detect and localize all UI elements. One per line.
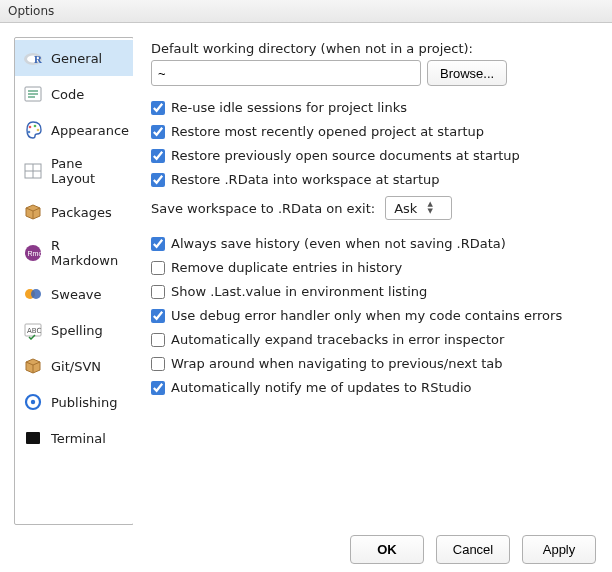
svg-text:Rmd: Rmd <box>28 250 43 257</box>
spelling-icon: ABC <box>23 320 43 340</box>
dialog-content: R General Code Appearance Pane Layout <box>0 23 612 525</box>
expand-traceback-checkbox[interactable] <box>151 333 165 347</box>
svg-point-4 <box>29 126 32 129</box>
restore-rdata-checkbox[interactable] <box>151 173 165 187</box>
category-sidebar: R General Code Appearance Pane Layout <box>14 37 134 525</box>
sidebar-item-sweave[interactable]: Sweave <box>15 276 133 312</box>
wrap-tabs-label: Wrap around when navigating to previous/… <box>171 356 503 371</box>
remove-dup-checkbox[interactable] <box>151 261 165 275</box>
working-dir-input[interactable] <box>151 60 421 86</box>
restore-source-label: Restore previously open source documents… <box>171 148 520 163</box>
sidebar-item-label: Packages <box>51 205 112 220</box>
svg-point-14 <box>31 289 41 299</box>
auto-updates-label: Automatically notify me of updates to RS… <box>171 380 472 395</box>
restore-rdata-row[interactable]: Restore .RData into workspace at startup <box>151 172 598 187</box>
always-history-label: Always save history (even when not savin… <box>171 236 506 251</box>
reuse-idle-label: Re-use idle sessions for project links <box>171 100 407 115</box>
svg-point-18 <box>31 400 35 404</box>
expand-traceback-label: Automatically expand tracebacks in error… <box>171 332 504 347</box>
debug-handler-checkbox[interactable] <box>151 309 165 323</box>
sidebar-item-code[interactable]: Code <box>15 76 133 112</box>
show-last-checkbox[interactable] <box>151 285 165 299</box>
sidebar-item-packages[interactable]: Packages <box>15 194 133 230</box>
svg-text:R: R <box>34 53 43 65</box>
restore-project-checkbox[interactable] <box>151 125 165 139</box>
wrap-tabs-row[interactable]: Wrap around when navigating to previous/… <box>151 356 598 371</box>
auto-updates-checkbox[interactable] <box>151 381 165 395</box>
sidebar-item-label: Terminal <box>51 431 106 446</box>
apply-button[interactable]: Apply <box>522 535 596 564</box>
svg-point-7 <box>28 131 31 134</box>
sidebar-item-git-svn[interactable]: Git/SVN <box>15 348 133 384</box>
stepper-arrows-icon[interactable]: ▲▼ <box>425 202 448 214</box>
git-svn-icon <box>23 356 43 376</box>
restore-project-label: Restore most recently opened project at … <box>171 124 484 139</box>
settings-panel: Default working directory (when not in a… <box>133 37 598 525</box>
sidebar-item-label: Publishing <box>51 395 117 410</box>
show-last-row[interactable]: Show .Last.value in environment listing <box>151 284 598 299</box>
remove-dup-row[interactable]: Remove duplicate entries in history <box>151 260 598 275</box>
browse-button[interactable]: Browse... <box>427 60 507 86</box>
terminal-icon <box>23 428 43 448</box>
code-icon <box>23 84 43 104</box>
sidebar-item-publishing[interactable]: Publishing <box>15 384 133 420</box>
sidebar-item-terminal[interactable]: Terminal <box>15 420 133 456</box>
svg-text:ABC: ABC <box>27 327 41 335</box>
auto-updates-row[interactable]: Automatically notify me of updates to RS… <box>151 380 598 395</box>
ok-button[interactable]: OK <box>350 535 424 564</box>
appearance-icon <box>23 120 43 140</box>
sidebar-item-label: Git/SVN <box>51 359 101 374</box>
sidebar-item-label: Sweave <box>51 287 102 302</box>
remove-dup-label: Remove duplicate entries in history <box>171 260 402 275</box>
debug-handler-label: Use debug error handler only when my cod… <box>171 308 562 323</box>
rmarkdown-icon: Rmd <box>23 243 43 263</box>
restore-source-row[interactable]: Restore previously open source documents… <box>151 148 598 163</box>
sidebar-item-label: Spelling <box>51 323 103 338</box>
pane-layout-icon <box>23 161 43 181</box>
reuse-idle-checkbox[interactable] <box>151 101 165 115</box>
packages-icon <box>23 202 43 222</box>
save-workspace-value: Ask <box>394 201 425 216</box>
sweave-icon <box>23 284 43 304</box>
restore-source-checkbox[interactable] <box>151 149 165 163</box>
working-dir-label: Default working directory (when not in a… <box>151 41 598 56</box>
svg-point-6 <box>37 129 40 132</box>
sidebar-item-label: General <box>51 51 102 66</box>
publishing-icon <box>23 392 43 412</box>
sidebar-item-rmarkdown[interactable]: Rmd R Markdown <box>15 230 133 276</box>
debug-handler-row[interactable]: Use debug error handler only when my cod… <box>151 308 598 323</box>
sidebar-item-spelling[interactable]: ABC Spelling <box>15 312 133 348</box>
window-titlebar: Options <box>0 0 612 23</box>
show-last-label: Show .Last.value in environment listing <box>171 284 427 299</box>
always-history-row[interactable]: Always save history (even when not savin… <box>151 236 598 251</box>
restore-project-row[interactable]: Restore most recently opened project at … <box>151 124 598 139</box>
save-workspace-select[interactable]: Ask ▲▼ <box>385 196 452 220</box>
window-title: Options <box>8 4 54 18</box>
sidebar-item-label: Code <box>51 87 84 102</box>
reuse-idle-row[interactable]: Re-use idle sessions for project links <box>151 100 598 115</box>
svg-point-5 <box>34 125 37 128</box>
sidebar-item-pane-layout[interactable]: Pane Layout <box>15 148 133 194</box>
r-logo-icon: R <box>23 48 43 68</box>
sidebar-item-label: Pane Layout <box>51 156 125 186</box>
svg-rect-19 <box>26 432 40 444</box>
wrap-tabs-checkbox[interactable] <box>151 357 165 371</box>
always-history-checkbox[interactable] <box>151 237 165 251</box>
dialog-footer: OK Cancel Apply <box>0 525 612 572</box>
sidebar-item-general[interactable]: R General <box>15 40 133 76</box>
expand-traceback-row[interactable]: Automatically expand tracebacks in error… <box>151 332 598 347</box>
sidebar-item-label: R Markdown <box>51 238 125 268</box>
cancel-button[interactable]: Cancel <box>436 535 510 564</box>
save-workspace-label: Save workspace to .RData on exit: <box>151 201 375 216</box>
sidebar-item-appearance[interactable]: Appearance <box>15 112 133 148</box>
restore-rdata-label: Restore .RData into workspace at startup <box>171 172 440 187</box>
sidebar-item-label: Appearance <box>51 123 129 138</box>
